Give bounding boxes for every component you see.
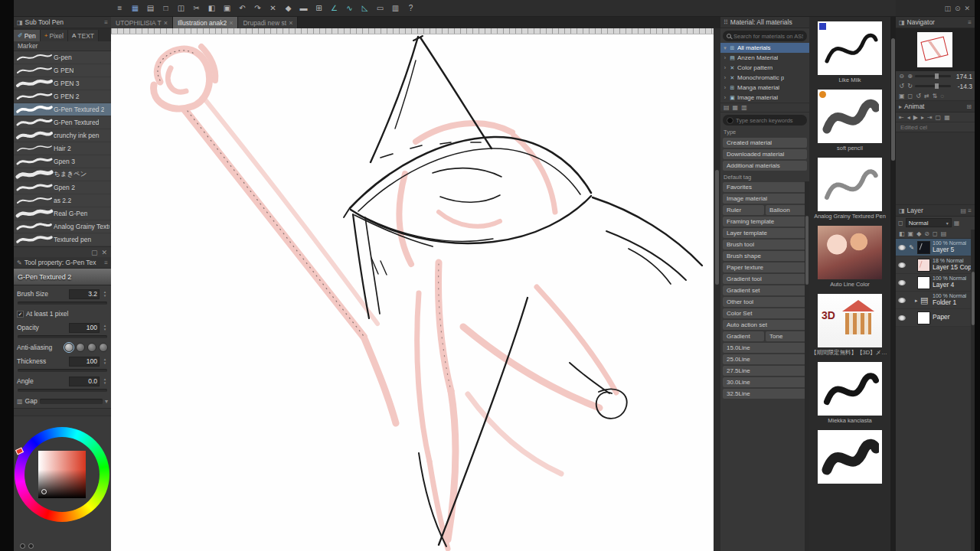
layer-thumbnail[interactable] [917,294,930,307]
first-frame-icon[interactable]: ⇤ [899,114,904,121]
tag-chip[interactable]: 32.5Line [723,389,807,399]
list-view-icon[interactable]: ▤ [724,104,730,111]
snap-grid-icon[interactable]: ⊞ [312,2,325,15]
layer-thumbnail[interactable] [917,311,930,324]
delete-subtool-icon[interactable]: ✕ [101,249,107,256]
copy-icon[interactable]: ◧ [205,2,218,15]
angle-value[interactable]: 0.0 [69,377,100,386]
brush-size-stepper[interactable]: ▴ ▾ [102,290,108,298]
thickness-stepper[interactable]: ▴ ▾ [102,357,108,365]
ruler-icon[interactable]: ▭ [374,2,387,15]
thumbnail-view-icon[interactable]: ▦ [733,104,739,111]
slider-thumb[interactable] [935,83,939,89]
tree-chevron-icon[interactable]: › [723,95,727,100]
snap-ruler-icon[interactable]: ▬ [297,2,310,15]
layer-opacity-icon[interactable]: ▦ [954,220,960,227]
visibility-eye-icon[interactable] [898,298,906,303]
tag-chip[interactable]: Gradient tool [723,274,807,284]
pin-panel-icon[interactable]: ⊙ [955,5,961,12]
anti-aliasing-none[interactable] [64,343,74,352]
brush-item[interactable]: G-Pen Textured [14,116,111,129]
animation-grid-icon[interactable]: ⊞ [966,103,972,110]
brush-item[interactable]: Gpen 3 [14,155,111,168]
brush-item[interactable]: crunchy ink pen [14,129,111,142]
brush-item[interactable]: G PEN [14,64,111,77]
rotate-left-icon[interactable]: ↺ [898,83,905,90]
tree-chevron-icon[interactable]: › [723,75,727,80]
brush-item[interactable]: G PEN 3 [14,77,111,90]
material-thumbnail[interactable] [818,158,882,211]
brush-item[interactable]: ちまきペン [14,168,111,181]
tag-chip[interactable]: Gradient set [723,285,807,295]
angle-stepper[interactable]: ▴ ▾ [102,377,108,385]
slider-thumb[interactable] [935,73,939,79]
material-tree-item[interactable]: › ⊞ Manga material [720,83,809,93]
brush-item[interactable]: Analog Grainy Textured Pen [14,220,111,233]
brush-size-slider[interactable] [18,302,107,305]
flip-vertical-icon[interactable]: ⇅ [933,93,938,99]
lock-alpha-icon[interactable]: ⊘ [924,230,929,237]
material-item[interactable] [809,425,890,494]
angle-slider[interactable] [18,389,107,392]
document-tab[interactable]: Drupadi new st × [238,17,298,28]
type-filter-button[interactable]: Downloaded material [723,149,807,159]
close-tab-icon[interactable]: × [229,19,233,27]
anti-aliasing-medium[interactable] [87,343,96,352]
zoom-out-icon[interactable]: ⊖ [898,73,905,80]
paste-icon[interactable]: ▣ [220,2,234,15]
tag-chip[interactable]: Favorites [723,182,807,192]
tag-chip[interactable]: Ruler [723,205,764,215]
blend-mode-select[interactable]: Normal ▾ [906,218,952,227]
subtool-tab[interactable]: + Pixel [41,30,68,41]
visibility-eye-icon[interactable] [898,315,906,321]
rotate-right-icon[interactable]: ↻ [906,83,913,90]
navigator-view-rectangle[interactable] [920,37,948,61]
dock-panel-icon[interactable]: ◫ [944,5,951,12]
close-tab-icon[interactable]: × [289,19,292,27]
rotate-slider[interactable] [915,85,951,87]
document-tab[interactable]: UTOPHILISIA T × [111,17,173,28]
next-frame-icon[interactable]: ▸ [921,114,924,121]
visibility-eye-icon[interactable] [898,262,906,268]
fit-screen-icon[interactable]: ▣ [899,93,905,99]
tree-chevron-icon[interactable]: › [723,85,727,90]
layer-row[interactable]: 18 % Normal Layer 15 Copy [896,256,975,274]
material-thumbnail[interactable] [818,90,882,143]
type-filter-button[interactable]: Created material [723,138,807,148]
save-icon[interactable]: ◫ [175,2,188,15]
line-tool-icon[interactable]: ◺ [358,2,371,15]
tag-chip[interactable]: Brush tool [723,240,807,249]
panel-menu-icon[interactable]: ≡ [104,259,108,266]
new-file-icon[interactable]: □ [159,2,172,15]
canvas[interactable] [111,34,714,551]
tag-chip[interactable]: Framing template [723,217,807,227]
spin-down-icon[interactable]: ▾ [104,361,106,365]
material-list-scrollbar[interactable] [890,17,896,551]
material-item[interactable]: Miekka kanciasta [809,357,890,425]
tree-chevron-icon[interactable]: › [723,65,727,70]
material-search-input[interactable] [733,33,803,40]
material-thumbnail[interactable] [818,226,882,279]
material-tree-item[interactable]: › ✕ Color pattern [720,63,809,73]
gap-dropdown-icon[interactable]: ▾ [105,398,108,405]
tag-chip[interactable]: 30.0Line [723,377,807,387]
min-pixel-checkbox[interactable]: ✓ [17,311,24,318]
visibility-eye-icon[interactable] [898,280,906,285]
close-panel-icon[interactable]: ✕ [964,5,970,12]
fill-icon[interactable]: ◆ [282,2,295,15]
brush-item[interactable]: Gpen 2 [14,181,111,194]
opacity-value[interactable]: 100 [69,323,100,333]
spin-down-icon[interactable]: ▾ [104,328,106,331]
main-color-swatch[interactable] [20,543,25,549]
zoom-in-icon[interactable]: ⊕ [906,73,913,80]
help-icon[interactable]: ? [404,2,417,15]
type-filter-button[interactable]: Additional materials [723,161,807,171]
spin-down-icon[interactable]: ▾ [104,381,106,385]
print-icon[interactable]: ▤ [144,2,157,15]
tag-chip[interactable]: Auto action set [723,320,807,330]
brush-size-value[interactable]: 3.2 [69,289,100,299]
material-item[interactable]: Like Milk [809,17,890,85]
material-tree-item[interactable]: ▾ ⊞ All materials [720,43,809,53]
brush-item[interactable]: G-pen [14,51,111,64]
scrollbar-thumb[interactable] [715,170,719,285]
